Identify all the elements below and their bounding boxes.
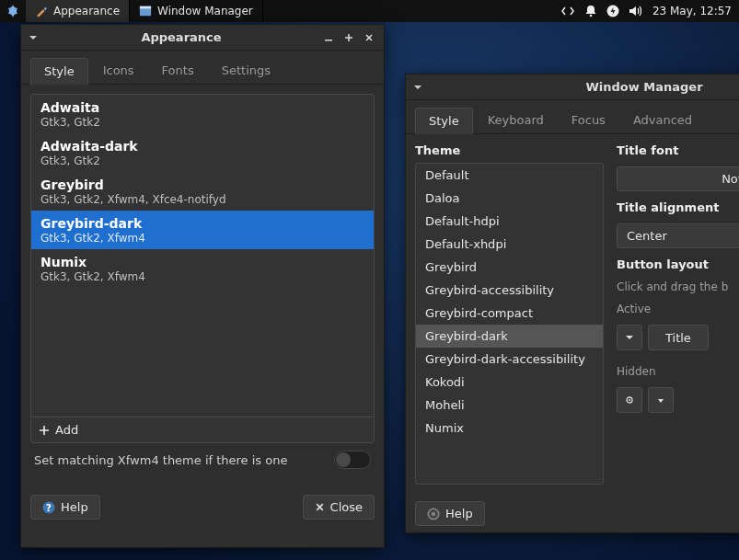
title-font-button[interactable]: Noto xyxy=(617,166,739,191)
clock[interactable]: 23 May, 12:57 xyxy=(652,5,732,17)
appearance-tabs: Style Icons Fonts Settings xyxy=(21,51,384,85)
close-button-label: Close xyxy=(330,500,363,514)
window-title: Window Manager xyxy=(432,80,739,94)
theme-item[interactable]: Greybird-compact xyxy=(416,302,603,325)
add-style-label: Add xyxy=(55,423,78,437)
tab-fonts[interactable]: Fonts xyxy=(149,58,207,84)
system-tray: 23 May, 12:57 xyxy=(560,5,739,17)
titlebar[interactable]: Appearance xyxy=(21,25,384,51)
help-button[interactable]: Help xyxy=(415,501,485,526)
tab-keyboard[interactable]: Keyboard xyxy=(475,108,557,133)
help-icon xyxy=(427,508,440,520)
tab-focus[interactable]: Focus xyxy=(559,108,618,133)
network-icon[interactable] xyxy=(560,5,575,17)
svg-point-2 xyxy=(590,15,593,17)
title-token[interactable]: Title xyxy=(648,325,709,350)
style-name: Adwaita xyxy=(40,100,364,115)
theme-item[interactable]: Default-hdpi xyxy=(416,210,603,233)
close-button[interactable] xyxy=(362,30,376,45)
window-menu-icon[interactable] xyxy=(29,31,41,44)
titlebar[interactable]: Window Manager xyxy=(406,74,739,100)
close-icon xyxy=(315,502,325,512)
style-sub: Gtk3, Gtk2, Xfwm4 xyxy=(40,270,364,283)
whisker-menu-icon[interactable] xyxy=(0,4,26,18)
maximize-button[interactable] xyxy=(341,30,356,45)
theme-item[interactable]: Daloa xyxy=(416,187,603,210)
minimize-button[interactable] xyxy=(321,30,336,45)
notifications-icon[interactable] xyxy=(584,5,597,17)
style-item[interactable]: GreybirdGtk3, Gtk2, Xfwm4, Xfce4-notifyd xyxy=(31,172,374,211)
theme-item[interactable]: Greybird xyxy=(416,256,603,279)
add-style-button[interactable]: Add xyxy=(31,417,374,442)
style-name: Greybird xyxy=(40,177,364,192)
window-manager-task-icon xyxy=(139,5,152,17)
style-item[interactable]: Adwaita-darkGtk3, Gtk2 xyxy=(31,133,374,172)
theme-item[interactable]: Moheli xyxy=(416,394,603,417)
style-sub: Gtk3, Gtk2, Xfwm4, Xfce4-notifyd xyxy=(40,193,364,206)
svg-point-5 xyxy=(629,399,630,401)
title-alignment-combo[interactable]: Center xyxy=(617,223,739,248)
svg-rect-9 xyxy=(325,40,332,41)
style-sub: Gtk3, Gtk2 xyxy=(40,116,364,129)
appearance-window: Appearance Style Icons Fonts Settings Ad… xyxy=(20,24,385,548)
button-layout-heading: Button layout xyxy=(617,257,739,271)
match-theme-label: Set matching Xfwm4 theme if there is one xyxy=(34,453,334,467)
window-menu-icon[interactable] xyxy=(413,81,426,94)
tab-style[interactable]: Style xyxy=(30,58,88,85)
window-title: Appearance xyxy=(47,30,316,44)
active-label: Active xyxy=(617,303,739,315)
close-dialog-button[interactable]: Close xyxy=(303,495,375,520)
style-list-container: AdwaitaGtk3, Gtk2Adwaita-darkGtk3, Gtk2G… xyxy=(30,94,375,443)
wm-tabs: Style Keyboard Focus Advanced xyxy=(406,100,739,134)
style-name: Greybird-dark xyxy=(40,216,364,231)
style-item[interactable]: NumixGtk3, Gtk2, Xfwm4 xyxy=(31,249,374,288)
active-button-row: Title xyxy=(617,325,739,350)
svg-rect-1 xyxy=(140,6,151,9)
svg-point-8 xyxy=(432,512,435,516)
shade-button-token[interactable] xyxy=(617,387,642,413)
style-sub: Gtk3, Gtk2 xyxy=(40,154,364,167)
match-theme-toggle[interactable] xyxy=(334,451,371,469)
title-alignment-heading: Title alignment xyxy=(617,200,739,214)
theme-item[interactable]: Numix xyxy=(416,417,603,440)
theme-item[interactable]: Default xyxy=(416,164,603,187)
style-list[interactable]: AdwaitaGtk3, Gtk2Adwaita-darkGtk3, Gtk2G… xyxy=(31,95,374,417)
style-item[interactable]: AdwaitaGtk3, Gtk2 xyxy=(31,95,374,133)
menu-button-token[interactable] xyxy=(617,325,642,350)
window-manager-window: Window Manager Style Keyboard Focus Adva… xyxy=(405,74,739,533)
theme-list[interactable]: DefaultDaloaDefault-hdpiDefault-xhdpiGre… xyxy=(415,163,604,485)
hidden-label: Hidden xyxy=(617,365,739,378)
tab-advanced[interactable]: Advanced xyxy=(620,108,705,133)
plus-icon xyxy=(39,425,50,436)
volume-icon[interactable] xyxy=(629,5,643,17)
theme-item[interactable]: Greybird-dark xyxy=(416,325,603,348)
tab-style[interactable]: Style xyxy=(415,108,473,134)
help-button[interactable]: ? Help xyxy=(30,495,100,520)
top-panel: Appearance Window Manager 23 May, 12:57 xyxy=(0,0,739,22)
power-manager-icon[interactable] xyxy=(606,5,619,17)
tab-icons[interactable]: Icons xyxy=(90,58,147,84)
style-name: Adwaita-dark xyxy=(40,139,364,154)
button-layout-note: Click and drag the b xyxy=(617,280,739,293)
help-button-label: Help xyxy=(445,507,473,520)
style-item[interactable]: Greybird-darkGtk3, Gtk2, Xfwm4 xyxy=(31,211,374,249)
theme-heading: Theme xyxy=(415,143,604,157)
taskbar-item-label: Window Manager xyxy=(157,5,253,17)
help-button-label: Help xyxy=(61,500,88,514)
title-font-heading: Title font xyxy=(617,143,739,157)
stick-button-token[interactable] xyxy=(648,387,674,413)
taskbar-item-window-manager[interactable]: Window Manager xyxy=(130,0,263,22)
taskbar-item-appearance[interactable]: Appearance xyxy=(26,0,130,22)
taskbar-item-label: Appearance xyxy=(53,5,120,17)
theme-item[interactable]: Kokodi xyxy=(416,371,603,394)
style-sub: Gtk3, Gtk2, Xfwm4 xyxy=(40,232,364,245)
tab-settings[interactable]: Settings xyxy=(209,58,283,84)
theme-item[interactable]: Greybird-dark-accessibility xyxy=(416,348,603,371)
theme-item[interactable]: Greybird-accessibility xyxy=(416,279,603,302)
appearance-task-icon xyxy=(35,5,48,17)
hidden-button-row xyxy=(617,387,739,413)
theme-item[interactable]: Default-xhdpi xyxy=(416,233,603,256)
match-theme-row: Set matching Xfwm4 theme if there is one xyxy=(30,443,375,478)
svg-text:?: ? xyxy=(46,503,52,513)
help-icon: ? xyxy=(42,501,55,514)
